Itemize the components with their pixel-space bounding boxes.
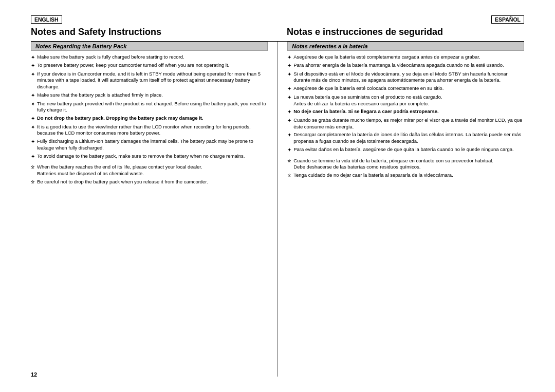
- left-bullet-list: ✦ Make sure the battery pack is fully ch…: [31, 54, 268, 160]
- list-item: ✦ Para ahorrar energía de la batería man…: [287, 62, 524, 69]
- list-item-text: Do not drop the battery pack. Dropping t…: [37, 115, 268, 122]
- bullet-icon: ✦: [31, 124, 35, 131]
- note-item: ※ Tenga cuidado de no dejar caer la bate…: [287, 172, 524, 179]
- list-item: ✦ Make sure that the battery pack is att…: [31, 92, 268, 99]
- list-item-text: La nueva batería que se suministra con e…: [293, 94, 524, 107]
- note-icon: ※: [31, 164, 35, 170]
- list-item: ✦ La nueva batería que se suministra con…: [287, 94, 524, 107]
- right-bullet-list: ✦ Asegúrese de que la batería esté compl…: [287, 54, 524, 154]
- list-item-text: Para ahorrar energía de la batería mante…: [293, 62, 524, 69]
- list-item-text: Make sure that the battery pack is attac…: [37, 92, 268, 99]
- note-icon: ※: [31, 179, 35, 185]
- list-item-text: Asegúrese de que la batería esté complet…: [293, 54, 524, 61]
- bullet-icon: ✦: [31, 153, 35, 160]
- bullet-icon: ✦: [287, 62, 291, 69]
- note-item: ※ Be careful not to drop the battery pac…: [31, 179, 268, 185]
- list-item: ✦ To avoid damage to the battery pack, m…: [31, 153, 268, 160]
- list-item: ✦ Make sure the battery pack is fully ch…: [31, 54, 268, 61]
- list-item-text: It is a good idea to use the viewfinder …: [37, 124, 268, 137]
- espanol-label: ESPAÑOL: [491, 15, 524, 24]
- right-main-title: Notas e instrucciones de seguridad: [287, 27, 524, 38]
- left-section-header: Notes Regarding the Battery Pack: [31, 42, 268, 51]
- bullet-icon: ✦: [31, 71, 35, 78]
- note-item-text: Cuando se termine la vida útil de la bat…: [293, 158, 493, 171]
- list-item: ✦ To preserve battery power, keep your c…: [31, 62, 268, 69]
- list-item-text: Make sure the battery pack is fully char…: [37, 54, 268, 61]
- list-item-text: Cuando se graba durante mucho tiempo, es…: [293, 117, 524, 130]
- note-icon: ※: [287, 158, 291, 164]
- bullet-icon: ✦: [31, 115, 35, 122]
- note-item-text: When the battery reaches the end of its …: [37, 164, 202, 177]
- bullet-icon: ✦: [287, 146, 291, 154]
- list-item-text: The new battery pack provided with the p…: [37, 101, 268, 114]
- note-item: ※ When the battery reaches the end of it…: [31, 164, 268, 177]
- note-item: ※ Cuando se termine la vida útil de la b…: [287, 158, 524, 171]
- bullet-icon: ✦: [287, 132, 291, 139]
- bullet-icon: ✦: [31, 62, 35, 69]
- bullet-icon: ✦: [31, 92, 35, 99]
- list-item: ✦ No deje caer la batería. Si se llegara…: [287, 108, 524, 116]
- list-item-text: Para evitar daños en la batería, asegúre…: [293, 146, 524, 153]
- list-item-text: To avoid damage to the battery pack, mak…: [37, 153, 268, 160]
- list-item-text: No deje caer la batería. Si se llegara a…: [293, 108, 524, 115]
- list-item-text: Descargar completamente la batería de io…: [293, 132, 524, 145]
- right-note-list: ※ Cuando se termine la vida útil de la b…: [287, 158, 524, 179]
- list-item: ✦ It is a good idea to use the viewfinde…: [31, 124, 268, 137]
- left-note-list: ※ When the battery reaches the end of it…: [31, 164, 268, 185]
- list-item: ✦ Descargar completamente la batería de …: [287, 132, 524, 145]
- list-item: ✦ Si el dispositivo está en el Modo de v…: [287, 71, 524, 84]
- page-number: 12: [31, 371, 37, 378]
- note-item-text: Be careful not to drop the battery pack …: [37, 179, 208, 185]
- list-item-text: If your device is in Camcorder mode, and…: [37, 71, 268, 90]
- bullet-icon: ✦: [287, 117, 291, 124]
- bullet-icon: ✦: [31, 54, 35, 61]
- list-item: ✦ Asegúrese de que la batería esté coloc…: [287, 85, 524, 92]
- list-item: ✦ Asegúrese de que la batería esté compl…: [287, 54, 524, 61]
- list-item-text: Asegúrese de que la batería esté colocad…: [293, 85, 524, 92]
- left-main-title: Notes and Safety Instructions: [31, 27, 268, 38]
- bullet-icon: ✦: [287, 71, 291, 78]
- bullet-icon: ✦: [31, 138, 35, 145]
- note-item-text: Tenga cuidado de no dejar caer la baterí…: [293, 172, 453, 179]
- list-item: ✦ Para evitar daños en la batería, asegú…: [287, 146, 524, 154]
- bullet-icon: ✦: [31, 101, 35, 108]
- list-item-text: Fully discharging a Lithium-Ion battery …: [37, 138, 268, 152]
- list-item: ✦ Cuando se graba durante mucho tiempo, …: [287, 117, 524, 130]
- bullet-icon: ✦: [287, 54, 291, 61]
- right-section-header: Notas referentes a la batería: [287, 42, 524, 51]
- bullet-icon: ✦: [287, 94, 291, 101]
- bullet-icon: ✦: [287, 108, 291, 116]
- list-item: ✦ Do not drop the battery pack. Dropping…: [31, 115, 268, 122]
- list-item: ✦ The new battery pack provided with the…: [31, 101, 268, 114]
- list-item: ✦ Fully discharging a Lithium-Ion batter…: [31, 138, 268, 152]
- bullet-icon: ✦: [287, 85, 291, 92]
- english-label: ENGLISH: [31, 15, 62, 24]
- list-item-text: To preserve battery power, keep your cam…: [37, 62, 268, 69]
- list-item: ✦ If your device is in Camcorder mode, a…: [31, 71, 268, 90]
- list-item-text: Si el dispositivo está en el Modo de vid…: [293, 71, 524, 84]
- note-icon: ※: [287, 172, 291, 178]
